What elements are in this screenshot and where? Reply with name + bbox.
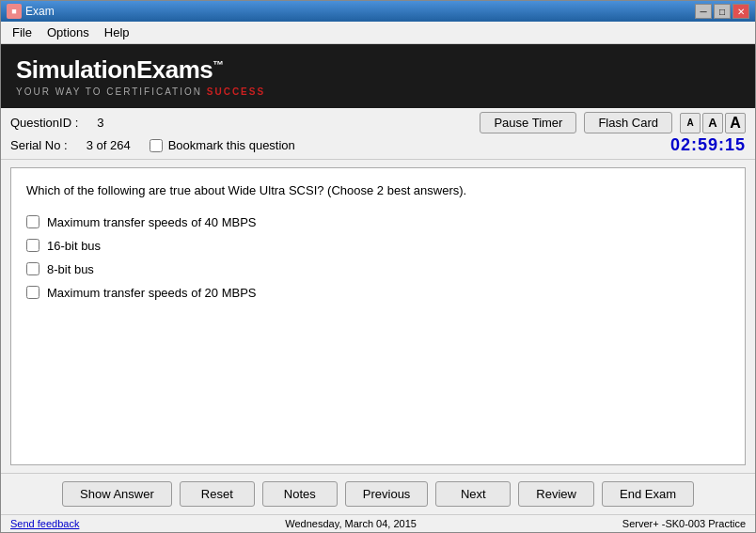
- button-bar: Show Answer Reset Notes Previous Next Re…: [1, 473, 755, 514]
- serial-no-label: Serial No :: [10, 138, 68, 152]
- option-label-1[interactable]: Maximum transfer speeds of 40 MBPS: [47, 215, 257, 229]
- bookmark-label[interactable]: Bookmark this question: [168, 138, 295, 152]
- serial-no-value: 3 of 264: [87, 138, 131, 152]
- bookmark-area: Bookmark this question: [150, 138, 295, 152]
- send-feedback-link[interactable]: Send feedback: [10, 518, 79, 529]
- title-bar: ■ Exam ─ □ ✕: [1, 1, 755, 22]
- info-row-2: Serial No : 3 of 264 Bookmark this quest…: [10, 135, 746, 155]
- info-row-1: QuestionID : 3 Pause Timer Flash Card A …: [10, 112, 746, 133]
- banner: SimulationExams™ YOUR WAY TO CERTIFICATI…: [1, 44, 755, 108]
- question-text: Which of the following are true about Wi…: [26, 181, 730, 200]
- font-small-button[interactable]: A: [680, 113, 701, 133]
- bookmark-checkbox[interactable]: [150, 139, 163, 152]
- main-window: ■ Exam ─ □ ✕ File Options Help Simulatio…: [0, 0, 756, 533]
- menu-bar: File Options Help: [1, 22, 755, 44]
- font-medium-button[interactable]: A: [702, 113, 723, 133]
- option-label-3[interactable]: 8-bit bus: [47, 262, 94, 276]
- maximize-button[interactable]: □: [714, 4, 731, 19]
- info-left-2: Serial No : 3 of 264 Bookmark this quest…: [10, 138, 295, 152]
- option-checkbox-2[interactable]: [26, 239, 39, 252]
- font-large-button[interactable]: A: [725, 113, 746, 133]
- option-row-3: 8-bit bus: [26, 262, 730, 276]
- status-bar: Send feedback Wednesday, March 04, 2015 …: [1, 514, 755, 532]
- timer-display: 02:59:15: [670, 135, 746, 155]
- info-right-2: 02:59:15: [670, 135, 746, 155]
- previous-button[interactable]: Previous: [345, 481, 429, 507]
- review-button[interactable]: Review: [518, 481, 594, 507]
- window-icon: ■: [7, 4, 22, 19]
- option-label-2[interactable]: 16-bit bus: [47, 239, 101, 253]
- window-title: Exam: [25, 5, 691, 18]
- question-area: Which of the following are true about Wi…: [10, 167, 746, 465]
- option-checkbox-4[interactable]: [26, 286, 39, 299]
- status-practice: Server+ -SK0-003 Practice: [622, 518, 746, 529]
- pause-timer-button[interactable]: Pause Timer: [480, 112, 576, 133]
- show-answer-button[interactable]: Show Answer: [62, 481, 172, 507]
- flashcard-button[interactable]: Flash Card: [584, 112, 672, 133]
- question-id-value: 3: [97, 116, 103, 130]
- info-right-1: Pause Timer Flash Card A A A: [480, 112, 746, 133]
- status-date: Wednesday, March 04, 2015: [285, 518, 417, 529]
- next-button[interactable]: Next: [435, 481, 511, 507]
- menu-file[interactable]: File: [5, 24, 39, 41]
- font-size-controls: A A A: [680, 113, 746, 133]
- reset-button[interactable]: Reset: [180, 481, 255, 507]
- logo-subtitle: YOUR WAY TO CERTIFICATION SUCCESS: [16, 86, 265, 97]
- minimize-button[interactable]: ─: [695, 4, 712, 19]
- option-checkbox-1[interactable]: [26, 215, 39, 228]
- logo-title: SimulationExams™: [16, 55, 265, 85]
- menu-help[interactable]: Help: [97, 24, 137, 41]
- window-controls: ─ □ ✕: [695, 4, 749, 19]
- logo: SimulationExams™ YOUR WAY TO CERTIFICATI…: [16, 55, 265, 97]
- notes-button[interactable]: Notes: [262, 481, 338, 507]
- info-left-1: QuestionID : 3: [10, 116, 104, 130]
- option-label-4[interactable]: Maximum transfer speeds of 20 MBPS: [47, 286, 257, 300]
- question-id-label: QuestionID :: [10, 116, 78, 130]
- end-exam-button[interactable]: End Exam: [602, 481, 694, 507]
- option-row-2: 16-bit bus: [26, 239, 730, 253]
- option-row-4: Maximum transfer speeds of 20 MBPS: [26, 286, 730, 300]
- info-bar: QuestionID : 3 Pause Timer Flash Card A …: [1, 108, 755, 160]
- close-button[interactable]: ✕: [732, 4, 749, 19]
- option-row-1: Maximum transfer speeds of 40 MBPS: [26, 215, 730, 229]
- menu-options[interactable]: Options: [39, 24, 97, 41]
- option-checkbox-3[interactable]: [26, 262, 39, 275]
